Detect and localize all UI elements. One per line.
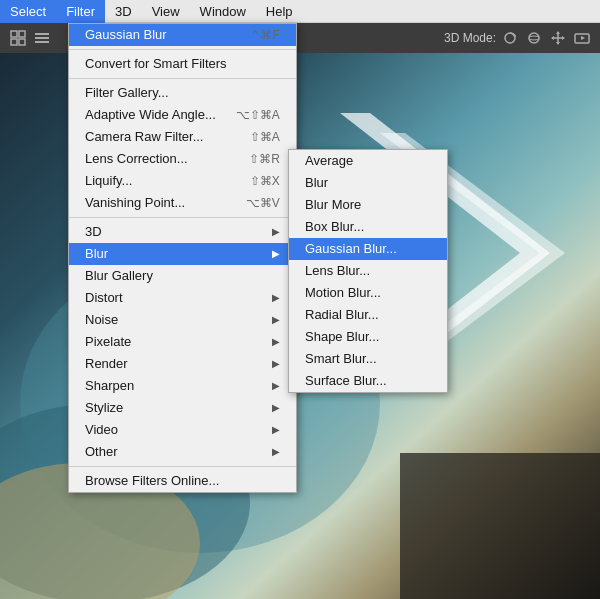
arrow-icon-3d: ▶ (272, 221, 280, 243)
filter-menu-item-convert-smart[interactable]: Convert for Smart Filters (69, 53, 296, 75)
filter-menu-item-distort[interactable]: Distort ▶ (69, 287, 296, 309)
filter-menu-item-liquify[interactable]: Liquify... ⇧⌘X (69, 170, 296, 192)
svg-rect-10 (19, 39, 25, 45)
blur-submenu-item-motion-blur[interactable]: Motion Blur... (289, 282, 447, 304)
blur-submenu-item-average[interactable]: Average (289, 150, 447, 172)
arrow-icon-blur: ▶ (272, 243, 280, 265)
svg-rect-7 (11, 31, 17, 37)
svg-rect-9 (11, 39, 17, 45)
filter-menu-item-blur-gallery[interactable]: Blur Gallery (69, 265, 296, 287)
blur-submenu-item-blur-more[interactable]: Blur More (289, 194, 447, 216)
filter-menu-item-video[interactable]: Video ▶ (69, 419, 296, 441)
svg-rect-12 (35, 37, 49, 39)
blur-submenu: Average Blur Blur More Box Blur... Gauss… (288, 149, 448, 393)
filter-menu-item-vanishing-point[interactable]: Vanishing Point... ⌥⌘V (69, 192, 296, 214)
toolbar-camera-icon[interactable] (572, 28, 592, 48)
dropdown-container: Gaussian Blur ⌃⌘F Convert for Smart Filt… (68, 23, 297, 493)
toolbar-pan-icon[interactable] (548, 28, 568, 48)
arrow-icon-other: ▶ (272, 441, 280, 463)
filter-menu-item-camera-raw[interactable]: Camera Raw Filter... ⇧⌘A (69, 126, 296, 148)
filter-menu-item-sharpen[interactable]: Sharpen ▶ (69, 375, 296, 397)
svg-marker-23 (581, 36, 585, 40)
arrow-icon-distort: ▶ (272, 287, 280, 309)
arrow-icon-stylize: ▶ (272, 397, 280, 419)
filter-menu-item-gallery[interactable]: Filter Gallery... (69, 82, 296, 104)
menubar: Select Filter 3D View Window Help (0, 0, 600, 23)
filter-separator-4 (69, 466, 296, 467)
toolbar-rotate-icon[interactable] (500, 28, 520, 48)
toolbar-orbit-icon[interactable] (524, 28, 544, 48)
filter-separator-2 (69, 78, 296, 79)
toolbar-3d-label: 3D Mode: (444, 31, 496, 45)
blur-submenu-item-shape-blur[interactable]: Shape Blur... (289, 326, 447, 348)
blur-submenu-item-blur[interactable]: Blur (289, 172, 447, 194)
svg-marker-20 (551, 36, 554, 40)
blur-submenu-item-surface-blur[interactable]: Surface Blur... (289, 370, 447, 392)
filter-menu-item-blur[interactable]: Blur ▶ (69, 243, 296, 265)
menubar-item-view[interactable]: View (142, 0, 190, 23)
arrow-icon-pixelate: ▶ (272, 331, 280, 353)
blur-submenu-item-radial-blur[interactable]: Radial Blur... (289, 304, 447, 326)
svg-rect-6 (400, 453, 600, 599)
toolbar-icon-2[interactable] (32, 28, 52, 48)
menubar-item-window[interactable]: Window (190, 0, 256, 23)
filter-menu-item-lens-correction[interactable]: Lens Correction... ⇧⌘R (69, 148, 296, 170)
filter-menu-item-gaussian-blur-top[interactable]: Gaussian Blur ⌃⌘F (69, 24, 296, 46)
blur-submenu-item-gaussian-blur[interactable]: Gaussian Blur... (289, 238, 447, 260)
menubar-item-filter[interactable]: Filter (56, 0, 105, 23)
arrow-icon-video: ▶ (272, 419, 280, 441)
blur-submenu-item-lens-blur[interactable]: Lens Blur... (289, 260, 447, 282)
filter-dropdown-menu: Gaussian Blur ⌃⌘F Convert for Smart Filt… (68, 23, 297, 493)
filter-menu-item-pixelate[interactable]: Pixelate ▶ (69, 331, 296, 353)
svg-rect-11 (35, 33, 49, 35)
arrow-icon-sharpen: ▶ (272, 375, 280, 397)
svg-marker-18 (556, 31, 560, 34)
toolbar-icon-1[interactable] (8, 28, 28, 48)
blur-submenu-item-smart-blur[interactable]: Smart Blur... (289, 348, 447, 370)
filter-menu-item-noise[interactable]: Noise ▶ (69, 309, 296, 331)
filter-separator-3 (69, 217, 296, 218)
filter-menu-item-3d[interactable]: 3D ▶ (69, 221, 296, 243)
svg-rect-8 (19, 31, 25, 37)
blur-submenu-item-box-blur[interactable]: Box Blur... (289, 216, 447, 238)
arrow-icon-noise: ▶ (272, 309, 280, 331)
svg-rect-13 (35, 41, 49, 43)
svg-point-16 (529, 33, 539, 43)
filter-separator-1 (69, 49, 296, 50)
menubar-item-help[interactable]: Help (256, 0, 303, 23)
filter-menu-item-render[interactable]: Render ▶ (69, 353, 296, 375)
filter-menu-item-adaptive[interactable]: Adaptive Wide Angle... ⌥⇧⌘A (69, 104, 296, 126)
svg-point-17 (529, 36, 539, 40)
filter-menu-item-stylize[interactable]: Stylize ▶ (69, 397, 296, 419)
filter-menu-item-browse-online[interactable]: Browse Filters Online... (69, 470, 296, 492)
menubar-item-3d[interactable]: 3D (105, 0, 142, 23)
svg-marker-19 (556, 42, 560, 45)
filter-menu-item-other[interactable]: Other ▶ (69, 441, 296, 463)
svg-marker-21 (562, 36, 565, 40)
arrow-icon-render: ▶ (272, 353, 280, 375)
menubar-item-select[interactable]: Select (0, 0, 56, 23)
